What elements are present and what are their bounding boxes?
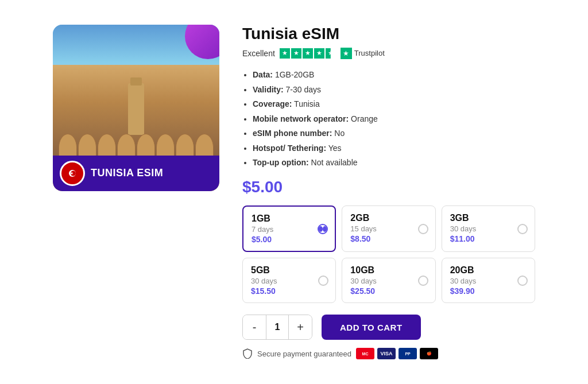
quantity-decrease-button[interactable]: - (243, 315, 266, 340)
options-grid: 1GB 7 days $5.00 2GB 15 days $8.50 3GB 3… (242, 205, 535, 303)
option-5gb-days: 30 days (251, 277, 327, 285)
secure-label: Secure payment guaranteed (257, 350, 351, 358)
spec-hotspot: Hotspot/ Tethering: Yes (253, 143, 535, 154)
spec-validity: Validity: 7-30 days (253, 84, 535, 96)
spec-coverage: Coverage: Tunisia (253, 99, 535, 110)
product-image-wrapper: TUNISIA ESIM (53, 25, 219, 359)
option-10gb-radio (418, 276, 428, 286)
option-3gb-days: 30 days (450, 224, 527, 233)
option-20gb-radio (517, 276, 528, 286)
option-1gb-days: 7 days (252, 225, 327, 234)
option-2gb-days: 15 days (350, 224, 427, 233)
image-label: TUNISIA ESIM (91, 167, 163, 179)
product-price: $5.00 (242, 178, 535, 196)
option-2gb-data: 2GB (350, 213, 427, 223)
star-1: ★ (280, 48, 290, 59)
image-bottom-bar: TUNISIA ESIM (53, 156, 219, 191)
star-4: ★ (314, 48, 324, 59)
option-2gb-radio (418, 224, 428, 234)
option-1gb-radio (318, 224, 328, 234)
star-3: ★ (303, 48, 313, 59)
option-10gb-days: 30 days (350, 277, 427, 285)
product-page: TUNISIA ESIM Tunisia eSIM Excellent ★ ★ … (18, 7, 570, 377)
option-5gb[interactable]: 5GB 30 days $15.50 (242, 258, 336, 303)
add-to-cart-button[interactable]: ADD TO CART (322, 315, 421, 340)
mastercard-badge: MC (356, 348, 374, 359)
option-1gb[interactable]: 1GB 7 days $5.00 (242, 205, 336, 252)
option-3gb-radio (517, 224, 528, 234)
trustpilot-row: Excellent ★ ★ ★ ★ ★ ★ Trustpilot (242, 48, 535, 59)
option-5gb-data: 5GB (251, 265, 327, 276)
spec-operator: Mobile network operator: Orange (253, 114, 535, 125)
option-20gb-days: 30 days (450, 277, 527, 285)
option-1gb-price: $5.00 (252, 235, 327, 244)
paypal-badge: PP (399, 348, 417, 359)
specs-list: Data: 1GB-20GB Validity: 7-30 days Cover… (242, 69, 535, 169)
quantity-value: 1 (266, 315, 289, 340)
star-2: ★ (291, 48, 301, 59)
star-rating: ★ ★ ★ ★ ★ (280, 48, 336, 59)
product-title: Tunisia eSIM (242, 25, 535, 43)
quantity-increase-button[interactable]: + (289, 315, 312, 340)
tunisia-flag (60, 161, 85, 186)
option-10gb-data: 10GB (350, 265, 427, 276)
option-5gb-radio (318, 276, 328, 286)
trustpilot-logo: ★ Trustpilot (341, 48, 385, 59)
payment-cards: MC VISA PP 🍎 (356, 348, 438, 359)
product-image: TUNISIA ESIM (53, 25, 219, 191)
spec-data: Data: 1GB-20GB (253, 69, 535, 81)
option-3gb-data: 3GB (450, 213, 527, 223)
option-5gb-price: $15.50 (251, 286, 327, 296)
option-2gb[interactable]: 2GB 15 days $8.50 (342, 205, 435, 252)
rating-label: Excellent (242, 49, 275, 58)
trustpilot-label: Trustpilot (354, 49, 385, 57)
option-3gb[interactable]: 3GB 30 days $11.00 (442, 205, 535, 252)
option-20gb-price: $39.90 (450, 286, 527, 296)
cart-row: - 1 + ADD TO CART (242, 315, 535, 340)
arch-row (53, 134, 219, 157)
spec-topup: Top-up option: Not available (253, 157, 535, 169)
quantity-control: - 1 + (242, 315, 312, 340)
apple-pay-badge: 🍎 (420, 348, 438, 359)
visa-badge: VISA (377, 348, 396, 359)
spec-phone-number: eSIM phone number: No (253, 128, 535, 139)
option-10gb-price: $25.50 (350, 286, 427, 296)
star-4-half: ★ (326, 48, 336, 59)
option-2gb-price: $8.50 (350, 234, 427, 243)
option-1gb-data: 1GB (252, 214, 327, 224)
option-3gb-price: $11.00 (450, 234, 527, 243)
option-10gb[interactable]: 10GB 30 days $25.50 (342, 258, 435, 303)
option-20gb[interactable]: 20GB 30 days $39.90 (442, 258, 535, 303)
tower-visual (128, 83, 144, 135)
product-details: Tunisia eSIM Excellent ★ ★ ★ ★ ★ ★ Trust… (242, 25, 535, 359)
shield-icon (242, 348, 253, 359)
secure-payment-row: Secure payment guaranteed MC VISA PP 🍎 (242, 348, 535, 359)
option-20gb-data: 20GB (450, 265, 527, 276)
trustpilot-icon: ★ (341, 48, 352, 59)
